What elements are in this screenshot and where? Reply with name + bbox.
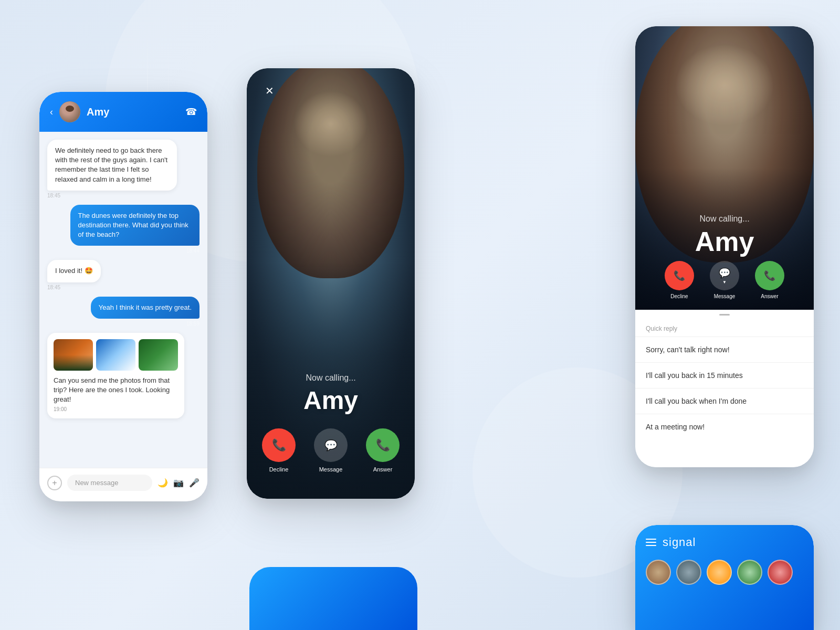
message-bubble-sent: The dunes were definitely the top destin…: [70, 205, 200, 246]
message-row: The dunes were definitely the top destin…: [47, 205, 200, 254]
phone-chat: ‹ Amy ☎ We definitely need to go back th…: [39, 92, 207, 501]
answer-label: Answer: [373, 466, 393, 472]
message-row: We definitely need to go back there with…: [47, 140, 200, 198]
reply-answer-label: Answer: [761, 293, 778, 299]
signal-avatar[interactable]: [646, 560, 671, 585]
call-reply-action-buttons: 📞 Decline 💬▼ Message 📞 Answer: [635, 261, 814, 299]
message-row: Yeah I think it was pretty great. 18:59: [47, 297, 200, 327]
add-attachment-button[interactable]: +: [47, 476, 62, 490]
call-reply-status: Now calling...: [635, 214, 814, 224]
chat-input-bar: + New message 🌙 📷 🎤: [39, 468, 207, 497]
phone-bottom-partial: [249, 567, 417, 630]
message-time: 18:44: [186, 248, 200, 254]
photo-grid: [54, 339, 178, 371]
message-text: I loved it! 🤩: [55, 267, 93, 275]
call-reply-screen: Now calling... Amy 📞 Decline 💬▼ Message: [635, 26, 814, 467]
caller-reply-name: Amy: [635, 226, 814, 257]
signal-app-name: signal: [663, 536, 696, 549]
reply-decline-icon: 📞: [674, 270, 685, 281]
phone-signal: signal: [635, 525, 814, 630]
answer-icon: 📞: [376, 438, 390, 452]
photo-caption: Can you send me the photos from that tri…: [54, 376, 178, 405]
mic-button[interactable]: 🎤: [189, 478, 200, 488]
quick-reply-panel: Quick reply Sorry, can't talk right now!…: [635, 310, 814, 467]
quick-reply-item-2[interactable]: I'll call you back in 15 minutes: [635, 363, 814, 388]
menu-line: [646, 539, 656, 540]
quick-reply-item-4[interactable]: At a meeting now!: [635, 414, 814, 439]
call-button[interactable]: ☎: [185, 106, 197, 118]
panel-handle-area: [635, 310, 814, 320]
signal-screen: signal: [635, 525, 814, 630]
decline-icon: 📞: [272, 438, 286, 452]
decline-label: Decline: [269, 466, 289, 472]
message-row: I loved it! 🤩 18:45: [47, 260, 200, 290]
menu-line: [646, 542, 656, 543]
decline-circle: 📞: [262, 428, 296, 462]
menu-icon[interactable]: [646, 539, 656, 546]
message-label: Message: [319, 466, 343, 472]
call-info: Now calling... Amy: [247, 373, 415, 415]
signal-contact-avatars: [646, 560, 803, 585]
call-action-buttons: 📞 Decline 💬 Message 📞 Answer: [247, 428, 415, 472]
signal-avatar[interactable]: [737, 560, 762, 585]
phone-call-with-reply: Now calling... Amy 📞 Decline 💬▼ Message: [635, 26, 814, 467]
photo-thumb: [54, 339, 93, 371]
quick-reply-header: Quick reply: [635, 320, 814, 337]
message-circle: 💬: [314, 428, 348, 462]
message-button[interactable]: 💬 Message: [314, 428, 348, 472]
quick-reply-item-1[interactable]: Sorry, can't talk right now!: [635, 337, 814, 363]
quick-reply-label: Quick reply: [646, 325, 677, 332]
reply-message-button[interactable]: 💬▼ Message: [710, 261, 739, 299]
signal-avatar[interactable]: [768, 560, 793, 585]
panel-handle: [719, 314, 730, 316]
decline-button[interactable]: 📞 Decline: [262, 428, 296, 472]
message-text: The dunes were definitely the top destin…: [78, 212, 188, 238]
close-button[interactable]: ✕: [260, 81, 279, 100]
message-bubble-received: We definitely need to go back there with…: [47, 140, 177, 191]
call-reply-info: Now calling... Amy: [635, 214, 814, 257]
message-input[interactable]: New message: [67, 475, 152, 491]
photo-time: 19:00: [54, 406, 178, 412]
answer-button[interactable]: 📞 Answer: [366, 428, 400, 472]
message-icon: 💬: [324, 439, 338, 452]
reply-answer-icon: 📞: [764, 270, 775, 281]
contact-avatar: [59, 101, 80, 122]
photo-thumb: [96, 339, 135, 371]
reply-decline-button[interactable]: 📞 Decline: [665, 261, 694, 299]
avatar-image: [59, 101, 80, 122]
answer-circle: 📞: [366, 428, 400, 462]
chat-messages: We definitely need to go back there with…: [39, 132, 207, 468]
signal-avatar[interactable]: [676, 560, 701, 585]
reply-message-icon: 💬▼: [719, 267, 730, 285]
photo-message: Can you send me the photos from that tri…: [47, 333, 184, 419]
signal-avatar[interactable]: [707, 560, 732, 585]
message-bubble-received: I loved it! 🤩: [47, 260, 101, 282]
call-reply-top: Now calling... Amy 📞 Decline 💬▼ Message: [635, 26, 814, 310]
message-time: 18:59: [186, 321, 200, 327]
back-button[interactable]: ‹: [50, 107, 53, 118]
call-screen: ✕ Now calling... Amy 📞 Decline 💬 Message…: [247, 68, 415, 499]
menu-line: [646, 545, 656, 546]
message-text: Yeah I think it was pretty great.: [99, 303, 192, 311]
call-status: Now calling...: [247, 373, 415, 383]
reply-message-circle: 💬▼: [710, 261, 739, 290]
contact-name: Amy: [87, 106, 179, 118]
message-time: 18:45: [47, 193, 60, 198]
caller-photo: [257, 68, 404, 278]
reply-answer-circle: 📞: [755, 261, 784, 290]
message-time: 18:45: [47, 285, 60, 290]
phone-incoming-call: ✕ Now calling... Amy 📞 Decline 💬 Message…: [247, 68, 415, 499]
quick-reply-item-3[interactable]: I'll call you back when I'm done: [635, 388, 814, 414]
reply-decline-circle: 📞: [665, 261, 694, 290]
reply-message-label: Message: [714, 293, 736, 299]
reply-answer-button[interactable]: 📞 Answer: [755, 261, 784, 299]
signal-header: signal: [646, 536, 803, 549]
camera-button[interactable]: 📷: [173, 478, 184, 488]
reply-decline-label: Decline: [670, 293, 688, 299]
message-bubble-sent: Yeah I think it was pretty great.: [91, 297, 200, 319]
message-text: We definitely need to go back there with…: [55, 146, 167, 183]
emoji-button[interactable]: 🌙: [158, 478, 168, 488]
caller-name: Amy: [247, 386, 415, 415]
chat-header: ‹ Amy ☎: [39, 92, 207, 132]
photo-thumb: [139, 339, 178, 371]
